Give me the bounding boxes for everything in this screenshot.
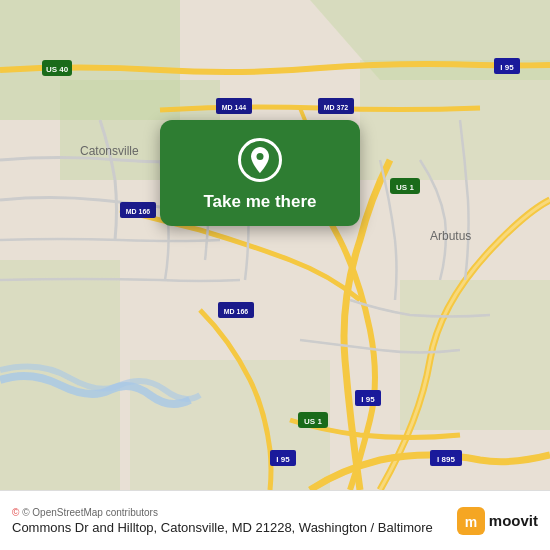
- svg-text:m: m: [465, 514, 477, 530]
- svg-text:I 95: I 95: [361, 395, 375, 404]
- svg-rect-6: [400, 280, 550, 430]
- map-attribution: © © OpenStreetMap contributors: [12, 507, 447, 518]
- moovit-icon: m: [457, 507, 485, 535]
- svg-text:I 95: I 95: [276, 455, 290, 464]
- svg-text:MD 166: MD 166: [224, 308, 249, 315]
- svg-point-32: [257, 153, 264, 160]
- svg-text:MD 144: MD 144: [222, 104, 247, 111]
- map-container: US 40 MD 144 MD 372 US 1 I 95 I 895 I 95…: [0, 0, 550, 490]
- address-label: Commons Dr and Hilltop, Catonsville, MD …: [12, 520, 447, 535]
- svg-text:MD 166: MD 166: [126, 208, 151, 215]
- svg-text:Catonsville: Catonsville: [80, 144, 139, 158]
- map-background: US 40 MD 144 MD 372 US 1 I 95 I 895 I 95…: [0, 0, 550, 490]
- svg-text:I 895: I 895: [437, 455, 455, 464]
- moovit-logo: m moovit: [457, 507, 538, 535]
- attribution-text: © OpenStreetMap contributors: [22, 507, 158, 518]
- location-pin-icon: [238, 138, 282, 182]
- svg-text:I 95: I 95: [500, 63, 514, 72]
- take-me-there-label: Take me there: [203, 192, 316, 212]
- svg-text:US 40: US 40: [46, 65, 69, 74]
- svg-text:US 1: US 1: [396, 183, 414, 192]
- svg-text:US 1: US 1: [304, 417, 322, 426]
- svg-text:MD 372: MD 372: [324, 104, 349, 111]
- take-me-there-card[interactable]: Take me there: [160, 120, 360, 226]
- bottom-left-content: © © OpenStreetMap contributors Commons D…: [12, 507, 447, 535]
- svg-text:Arbutus: Arbutus: [430, 229, 471, 243]
- moovit-name: moovit: [489, 512, 538, 529]
- bottom-info-bar: © © OpenStreetMap contributors Commons D…: [0, 490, 550, 550]
